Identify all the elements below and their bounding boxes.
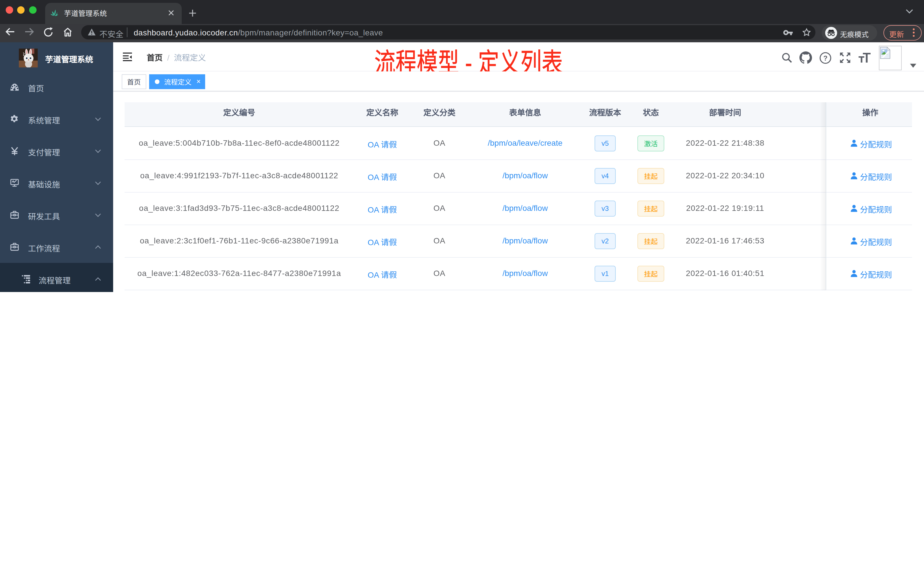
svg-text:?: ? <box>823 54 828 62</box>
